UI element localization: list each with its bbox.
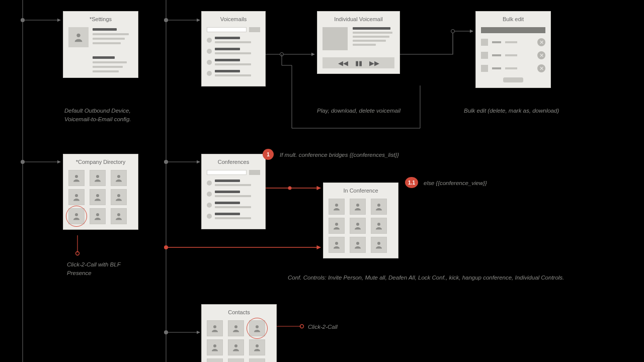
avatar-icon: [350, 237, 366, 253]
avatar-icon-highlighted: [249, 320, 265, 336]
avatar-icon: [111, 189, 127, 205]
avatar-icon: [249, 358, 265, 362]
next-icon: ▶▶: [369, 59, 379, 67]
avatar-icon: [329, 199, 345, 215]
card-conferences: Conferences: [201, 154, 266, 229]
svg-point-23: [76, 34, 80, 37]
avatar-icon: [111, 170, 127, 186]
card-individual-voicemail: Individual Voicemail ◀◀ ▮▮ ▶▶: [317, 11, 400, 74]
avatar-icon: [228, 320, 244, 336]
svg-point-45: [213, 344, 216, 347]
card-title: Voicemails: [207, 16, 260, 22]
svg-point-25: [96, 175, 99, 178]
badge-1-1: 1.1: [405, 177, 418, 188]
svg-point-38: [377, 223, 380, 226]
svg-point-27: [75, 194, 78, 197]
card-title: *Settings: [68, 16, 133, 22]
svg-point-22: [300, 325, 304, 328]
card-title: Conferences: [207, 159, 260, 165]
svg-point-31: [96, 213, 99, 216]
avatar-icon: [350, 218, 366, 234]
pause-icon: ▮▮: [355, 59, 362, 67]
svg-point-7: [164, 330, 168, 334]
svg-point-26: [117, 175, 120, 178]
svg-point-6: [164, 245, 168, 249]
avatar-icon: [207, 339, 223, 355]
diagram-canvas: *Settings Default Outbound Device, Voice…: [0, 0, 644, 362]
svg-point-4: [164, 18, 168, 22]
card-title: Individual Voicemail: [323, 16, 394, 22]
card-voicemails: Voicemails: [201, 11, 266, 86]
svg-point-3: [21, 160, 25, 164]
svg-point-14: [280, 53, 284, 56]
svg-point-34: [356, 204, 359, 207]
thumbnail-placeholder: [323, 27, 348, 50]
svg-point-5: [164, 160, 168, 164]
svg-point-41: [377, 242, 380, 245]
avatar-icon: [228, 339, 244, 355]
badge-1: 1: [263, 149, 274, 160]
svg-point-32: [117, 213, 120, 216]
card-title: Contacts: [207, 309, 271, 315]
audio-player: ◀◀ ▮▮ ▶▶: [323, 57, 394, 68]
avatar-icon: [68, 189, 85, 205]
caption-individual-voicemail: Play, download, delete voicemail: [317, 107, 400, 115]
svg-point-33: [335, 204, 338, 207]
card-bulk-edit: Bulk edit ✕ ✕ ✕: [475, 11, 551, 88]
avatar-icon: [90, 170, 106, 186]
svg-point-35: [377, 204, 380, 207]
avatar-icon: [90, 189, 106, 205]
card-title: Bulk edit: [481, 16, 545, 22]
svg-point-44: [256, 325, 259, 328]
close-icon: ✕: [537, 64, 545, 72]
avatar-icon: [350, 199, 366, 215]
svg-point-43: [234, 325, 237, 328]
avatar-icon: [371, 199, 387, 215]
close-icon: ✕: [537, 51, 545, 59]
avatar-icon: [329, 237, 345, 253]
caption-contacts: Click-2-Call: [308, 323, 338, 331]
svg-point-28: [96, 194, 99, 197]
avatar-icon: [371, 237, 387, 253]
avatar-icon: [207, 320, 223, 336]
avatar-icon: [228, 358, 244, 362]
caption-conf-controls: Conf. Controls: Invite Person, Mute all,…: [288, 274, 640, 282]
avatar-icon: [207, 358, 223, 362]
card-title: *Company Directory: [68, 159, 133, 165]
svg-point-42: [213, 325, 216, 328]
avatar-icon-highlighted: [68, 208, 85, 224]
caption-directory: Click-2-Call with BLF Presence: [67, 260, 137, 278]
caption-conf-1: If mult. conference bridges {{conference…: [280, 151, 399, 159]
svg-point-2: [21, 18, 25, 22]
close-icon: ✕: [537, 38, 545, 46]
card-contacts: Contacts: [201, 304, 277, 362]
svg-point-29: [117, 194, 120, 197]
svg-point-46: [234, 344, 237, 347]
svg-point-36: [335, 223, 338, 226]
svg-point-20: [76, 252, 79, 255]
avatar-icon: [68, 27, 89, 47]
svg-point-47: [256, 344, 259, 347]
avatar-icon: [68, 170, 85, 186]
card-directory: *Company Directory: [63, 154, 138, 230]
svg-point-39: [335, 242, 338, 245]
avatar-icon: [90, 208, 106, 224]
svg-point-37: [356, 223, 359, 226]
svg-point-15: [451, 30, 455, 33]
card-in-conference: In Conference: [323, 183, 398, 258]
caption-bulk-edit: Bulk edit (delete, mark as, download): [464, 107, 559, 115]
svg-point-17: [288, 187, 292, 190]
card-title: In Conference: [329, 188, 393, 194]
svg-point-40: [356, 242, 359, 245]
svg-point-24: [75, 175, 78, 178]
prev-icon: ◀◀: [338, 59, 348, 67]
avatar-icon: [329, 218, 345, 234]
avatar-icon: [371, 218, 387, 234]
caption-settings: Default Outbound Device, Voicemail-to-Em…: [64, 107, 155, 124]
card-settings: *Settings: [63, 11, 138, 78]
caption-conf-11: else {{conference_view}}: [424, 179, 487, 188]
svg-point-30: [75, 213, 78, 216]
avatar-icon: [111, 208, 127, 224]
avatar-icon: [249, 339, 265, 355]
